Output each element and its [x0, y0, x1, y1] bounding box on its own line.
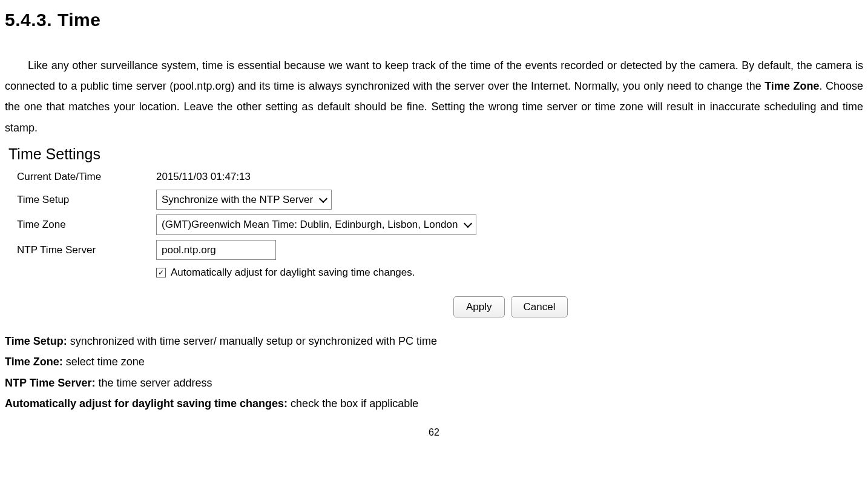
page-number: 62 [5, 423, 863, 442]
def-dst: Automatically adjust for daylight saving… [5, 393, 863, 414]
def-time-setup-label: Time Setup: [5, 335, 67, 347]
section-heading: 5.4.3. Time [5, 2, 863, 37]
def-time-zone-text: select time zone [63, 356, 145, 368]
def-time-zone-label: Time Zone: [5, 356, 63, 368]
def-dst-label: Automatically adjust for daylight saving… [5, 397, 288, 410]
cancel-button[interactable]: Cancel [511, 296, 568, 318]
figure-title: Time Settings [8, 143, 863, 166]
def-time-setup: Time Setup: synchronized with time serve… [5, 331, 863, 351]
current-time-value: 2015/11/03 01:47:13 [156, 169, 251, 185]
apply-button[interactable]: Apply [453, 296, 505, 318]
ntp-server-row: NTP Time Server pool.ntp.org [8, 240, 863, 261]
current-time-row: Current Date/Time 2015/11/03 01:47:13 [8, 169, 863, 185]
time-settings-figure: Time Settings Current Date/Time 2015/11/… [8, 143, 863, 318]
button-row: Apply Cancel [453, 296, 863, 318]
time-zone-select[interactable]: (GMT)Greenwich Mean Time: Dublin, Edinbu… [156, 214, 476, 235]
ntp-server-input[interactable]: pool.ntp.org [156, 240, 276, 261]
def-ntp-server: NTP Time Server: the time server address [5, 373, 863, 393]
dst-label: Automatically adjust for daylight saving… [171, 265, 415, 281]
time-zone-row: Time Zone (GMT)Greenwich Mean Time: Dubl… [8, 214, 863, 235]
current-time-label: Current Date/Time [8, 169, 156, 185]
dst-row: ✓ Automatically adjust for daylight savi… [156, 265, 863, 281]
para-text-bold: Time Zone [764, 80, 819, 92]
def-dst-text: check the box if applicable [288, 397, 418, 410]
para-text-before: Like any other surveillance system, time… [5, 59, 863, 92]
time-setup-row: Time Setup Synchronize with the NTP Serv… [8, 190, 863, 210]
def-time-setup-text: synchronized with time server/ manually … [67, 335, 437, 347]
time-zone-label: Time Zone [8, 217, 156, 233]
time-setup-select[interactable]: Synchronize with the NTP Server [156, 190, 332, 210]
ntp-server-label: NTP Time Server [8, 242, 156, 258]
def-ntp-server-label: NTP Time Server: [5, 377, 95, 389]
def-time-zone: Time Zone: select time zone [5, 351, 863, 372]
intro-paragraph: Like any other surveillance system, time… [5, 55, 863, 138]
definitions: Time Setup: synchronized with time serve… [5, 331, 863, 414]
dst-checkbox[interactable]: ✓ [156, 268, 166, 277]
def-ntp-server-text: the time server address [95, 377, 212, 389]
time-setup-label: Time Setup [8, 192, 156, 208]
